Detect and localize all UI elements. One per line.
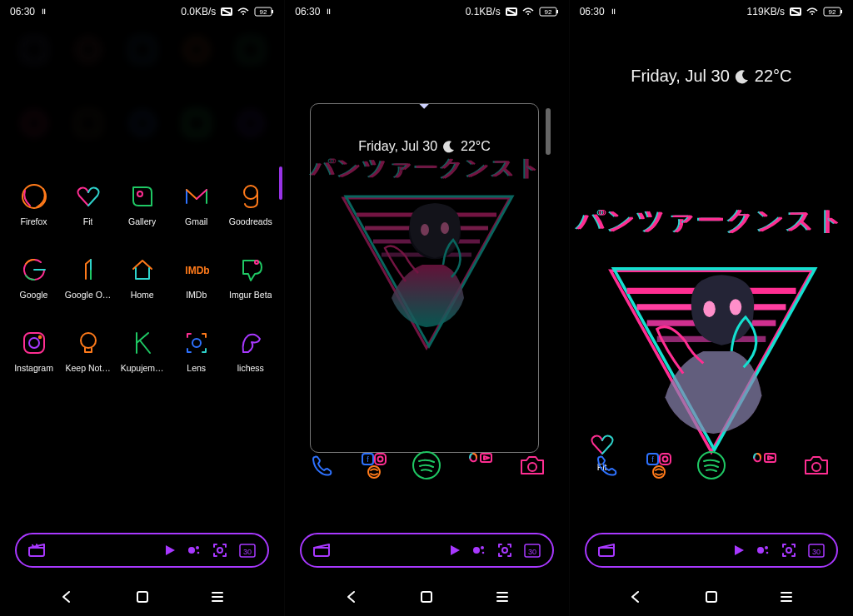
assistant-icon[interactable] xyxy=(187,544,201,557)
calendar-icon[interactable]: 30 xyxy=(524,543,541,558)
svg-line-78 xyxy=(792,10,799,13)
nav-home-button[interactable] xyxy=(133,588,152,606)
lens-dot-icon[interactable] xyxy=(212,543,227,558)
app-fit[interactable]: Fit xyxy=(61,181,115,226)
widget-scroll-handle[interactable] xyxy=(546,108,551,155)
calendar-icon[interactable]: 30 xyxy=(239,543,256,558)
dock-camera[interactable] xyxy=(516,450,548,481)
status-bar: 06:30 ⏸ 119KB/s 92 xyxy=(570,0,853,23)
app-label: Keep Not… xyxy=(65,363,110,373)
app-label: Gmail xyxy=(185,216,207,226)
svg-point-23 xyxy=(38,336,40,338)
svg-point-67 xyxy=(473,547,480,554)
imdb-icon: IMDb xyxy=(182,255,212,285)
app-keep-notes[interactable]: Keep Not… xyxy=(61,328,115,373)
app-blurred xyxy=(7,35,61,80)
play-icon[interactable] xyxy=(164,544,176,556)
lens-dot-icon[interactable] xyxy=(497,543,512,558)
google-icon xyxy=(19,255,49,285)
assistant-icon[interactable] xyxy=(756,544,770,557)
app-blurred xyxy=(169,35,223,80)
svg-marker-29 xyxy=(166,545,175,555)
widget-temp: 22°C xyxy=(461,139,491,154)
play-icon[interactable] xyxy=(449,544,461,556)
nav-home-button[interactable] xyxy=(702,588,721,606)
search-pill[interactable]: 30 xyxy=(300,533,553,568)
app-kupujem[interactable]: Kupujem… xyxy=(115,328,169,373)
nav-back-button[interactable] xyxy=(57,588,76,606)
svg-text:30: 30 xyxy=(243,548,252,556)
nav-home-button[interactable] xyxy=(417,588,436,606)
app-imgur[interactable]: Imgur Beta xyxy=(223,255,277,300)
app-drawer-grid[interactable]: Firefox Fit Gallery Gmail Goodreads Goog… xyxy=(0,23,284,578)
svg-rect-65 xyxy=(314,548,329,556)
svg-point-31 xyxy=(196,546,199,549)
svg-point-9 xyxy=(187,40,207,60)
dock-google-folder[interactable] xyxy=(464,450,496,481)
svg-text:92: 92 xyxy=(829,8,836,16)
goodreads-icon xyxy=(236,181,266,211)
svg-rect-12 xyxy=(77,112,99,134)
dock-camera[interactable] xyxy=(801,450,832,481)
svg-point-7 xyxy=(78,40,98,60)
app-blurred xyxy=(61,108,115,153)
search-pill[interactable]: 30 xyxy=(585,533,838,568)
app-label: Fit xyxy=(83,216,93,226)
dock-spotify[interactable] xyxy=(411,450,442,481)
app-firefox[interactable]: Firefox xyxy=(7,181,61,226)
nav-recent-button[interactable] xyxy=(208,588,227,606)
status-cast-icon xyxy=(790,7,801,16)
search-pill[interactable]: 30 xyxy=(15,533,269,568)
app-goodreads[interactable]: Goodreads xyxy=(223,181,277,226)
dock-google-folder[interactable] xyxy=(748,450,780,481)
status-net-speed: 0.1KB/s xyxy=(466,6,501,17)
svg-point-13 xyxy=(132,113,152,133)
date-weather-widget[interactable]: Friday, Jul 30 22°C xyxy=(570,67,853,86)
assistant-icon[interactable] xyxy=(472,544,486,557)
svg-point-32 xyxy=(197,552,200,554)
app-gmail[interactable]: Gmail xyxy=(169,181,223,226)
date-weather-widget[interactable]: Friday, Jul 30 22°C xyxy=(358,139,491,154)
widget-preview-card[interactable]: Friday, Jul 30 22°C xyxy=(310,103,538,453)
fit-icon xyxy=(73,181,103,211)
svg-marker-98 xyxy=(768,456,773,460)
calendar-icon[interactable]: 30 xyxy=(808,543,825,558)
svg-point-103 xyxy=(765,546,768,549)
svg-rect-73 xyxy=(422,592,431,602)
clapper-icon[interactable] xyxy=(313,544,330,557)
svg-rect-26 xyxy=(29,548,44,556)
svg-point-16 xyxy=(22,185,46,208)
drawer-scroll-indicator[interactable] xyxy=(279,166,282,200)
nav-back-button[interactable] xyxy=(626,588,645,606)
dock-phone[interactable] xyxy=(306,450,337,481)
imgur-icon xyxy=(236,255,266,285)
app-label: Google xyxy=(20,290,48,300)
lens-dot-icon[interactable] xyxy=(781,543,796,558)
app-lens[interactable]: Lens xyxy=(169,328,223,373)
app-lichess[interactable]: lichess xyxy=(223,328,277,373)
dock-spotify[interactable] xyxy=(696,450,727,481)
dock-phone[interactable] xyxy=(591,450,622,481)
dock-social-folder[interactable]: f xyxy=(358,450,390,481)
app-imdb[interactable]: IMDbIMDb xyxy=(169,255,223,300)
app-instagram[interactable]: Instagram xyxy=(7,328,61,373)
lichess-icon xyxy=(236,328,266,358)
clapper-icon[interactable] xyxy=(598,544,615,557)
app-google-one[interactable]: Google O… xyxy=(61,255,115,300)
svg-point-90 xyxy=(730,299,742,315)
app-gallery[interactable]: Gallery xyxy=(115,181,169,226)
nav-bar xyxy=(285,578,568,616)
play-icon[interactable] xyxy=(733,544,745,556)
nav-back-button[interactable] xyxy=(342,588,361,606)
status-indicator-icon: ⏸ xyxy=(610,7,617,16)
nav-recent-button[interactable] xyxy=(777,588,796,606)
nav-recent-button[interactable] xyxy=(493,588,511,606)
dock-social-folder[interactable]: f xyxy=(643,450,675,481)
app-home[interactable]: Home xyxy=(115,255,169,300)
svg-point-30 xyxy=(188,547,195,554)
app-blurred xyxy=(223,35,277,80)
svg-point-33 xyxy=(217,548,222,553)
app-google[interactable]: Google xyxy=(7,255,61,300)
clapper-icon[interactable] xyxy=(28,544,45,557)
status-time: 06:30 xyxy=(580,6,605,17)
